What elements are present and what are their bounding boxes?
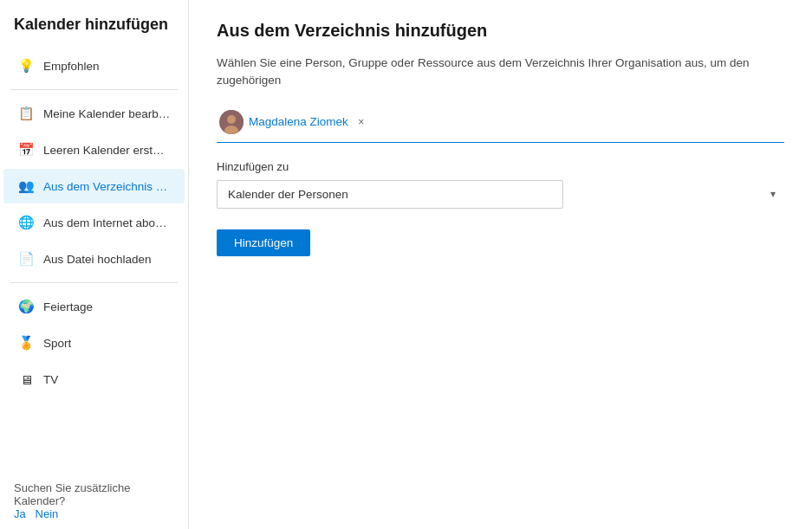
sidebar-item-label: Aus dem Verzeichnis hi...	[43, 180, 171, 193]
sidebar-item-aus-verzeichnis[interactable]: 👥 Aus dem Verzeichnis hi...	[3, 169, 185, 203]
avatar	[219, 110, 244, 134]
bulb-icon: 💡	[17, 57, 35, 74]
sidebar-item-label: Sport	[43, 337, 71, 350]
file-upload-icon: 📄	[17, 250, 35, 268]
sidebar: Kalender hinzufügen 💡 Empfohlen 📋 Meine …	[0, 0, 189, 529]
sport-icon: 🏅	[17, 334, 35, 352]
calendar-edit-icon: 📋	[17, 105, 35, 122]
sidebar-item-aus-datei[interactable]: 📄 Aus Datei hochladen	[3, 242, 185, 276]
tv-icon: 🖥	[17, 371, 35, 388]
dropdown-container: Kalender der Personen ▾	[217, 180, 784, 209]
sidebar-divider-2	[10, 282, 178, 283]
globe-icon: 🌐	[17, 214, 35, 231]
svg-point-1	[227, 115, 236, 124]
chevron-down-icon: ▾	[770, 188, 776, 200]
page-title: Aus dem Verzeichnis hinzufügen	[217, 21, 784, 41]
sidebar-item-label: Aus dem Internet abon...	[43, 216, 171, 229]
sidebar-item-meine-kalender[interactable]: 📋 Meine Kalender bearbei...	[3, 96, 185, 131]
sidebar-item-sport[interactable]: 🏅 Sport	[3, 326, 185, 360]
sidebar-item-label: Empfohlen	[43, 60, 100, 73]
sidebar-item-label: Leeren Kalender erstellen	[43, 144, 171, 157]
sidebar-item-aus-internet[interactable]: 🌐 Aus dem Internet abon...	[3, 205, 185, 240]
person-chip: Magdalena Ziomek ×	[217, 107, 374, 137]
sidebar-item-feiertage[interactable]: 🌍 Feiertage	[3, 289, 185, 324]
sidebar-item-label: Aus Datei hochladen	[43, 253, 152, 266]
sidebar-item-leeren-kalender[interactable]: 📅 Leeren Kalender erstellen	[3, 132, 185, 167]
field-label: Hinzufügen zu	[217, 160, 784, 173]
sidebar-item-label: Meine Kalender bearbei...	[43, 107, 171, 120]
sidebar-item-label: TV	[43, 373, 58, 386]
sidebar-item-tv[interactable]: 🖥 TV	[3, 362, 185, 397]
calendar-dropdown[interactable]: Kalender der Personen	[217, 180, 563, 209]
holiday-icon: 🌍	[17, 298, 35, 315]
main-content: Aus dem Verzeichnis hinzufügen Wählen Si…	[189, 0, 812, 529]
hinzufuegen-button[interactable]: Hinzufügen	[217, 229, 310, 256]
person-name: Magdalena Ziomek	[249, 115, 348, 128]
footer-yes-link[interactable]: Ja	[14, 507, 26, 520]
main-description: Wählen Sie eine Person, Gruppe oder Ress…	[217, 55, 784, 90]
sidebar-footer: Suchen Sie zusätzliche Kalender? Ja Nein	[0, 473, 188, 529]
footer-no-link[interactable]: Nein	[36, 507, 59, 520]
person-remove-button[interactable]: ×	[354, 114, 369, 130]
person-input-area[interactable]: Magdalena Ziomek ×	[217, 107, 784, 143]
directory-icon: 👥	[17, 177, 35, 195]
sidebar-item-empfohlen[interactable]: 💡 Empfohlen	[3, 48, 185, 83]
sidebar-title: Kalender hinzufügen	[0, 7, 188, 48]
sidebar-divider-1	[10, 89, 178, 90]
sidebar-footer-text: Suchen Sie zusätzliche Kalender?	[14, 481, 130, 507]
sidebar-item-label: Feiertage	[43, 300, 93, 313]
calendar-add-icon: 📅	[17, 141, 35, 158]
